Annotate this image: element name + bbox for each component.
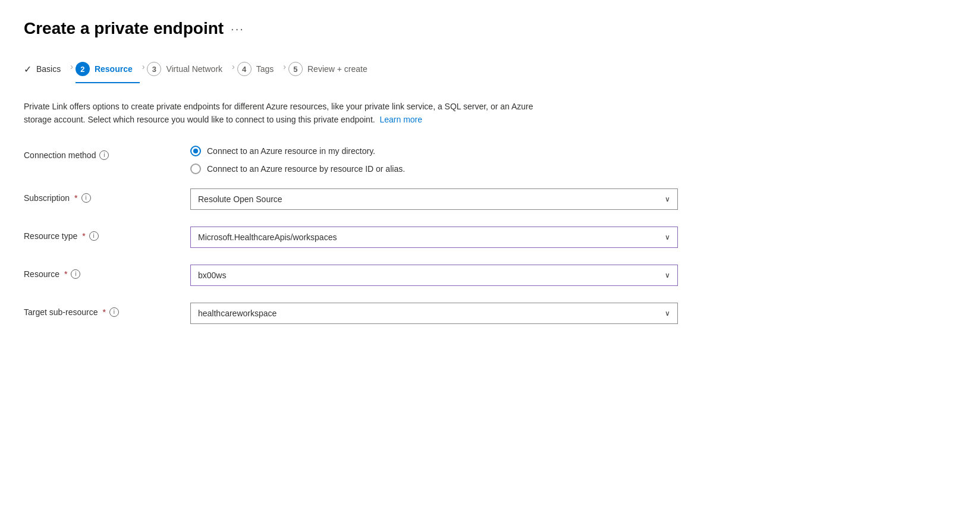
target-sub-resource-label: Target sub-resource (24, 307, 98, 317)
step-tags-circle: 4 (237, 62, 252, 76)
target-sub-resource-row: Target sub-resource * i healthcareworksp… (24, 303, 678, 326)
radio-circle-directory (190, 146, 201, 156)
target-sub-resource-value: healthcareworkspace (198, 309, 277, 318)
step-basics[interactable]: ✓ Basics (24, 59, 68, 82)
connection-method-radio-group: Connect to an Azure resource in my direc… (190, 146, 678, 174)
page-header: Create a private endpoint ··· (24, 19, 956, 38)
step-review-create[interactable]: 5 Review + create (288, 57, 375, 83)
step-resource-label: Resource (95, 64, 133, 74)
step-basics-label: Basics (36, 64, 61, 74)
wizard-steps: ✓ Basics › 2 Resource › 3 Virtual Networ… (24, 57, 956, 83)
subscription-label-col: Subscription * i (24, 188, 190, 203)
radio-option-directory[interactable]: Connect to an Azure resource in my direc… (190, 146, 678, 156)
resource-required: * (64, 269, 67, 279)
radio-label-directory: Connect to an Azure resource in my direc… (207, 146, 375, 156)
connection-method-label-col: Connection method i (24, 146, 190, 160)
target-sub-resource-chevron-icon: ∨ (665, 309, 670, 317)
resource-value: bx00ws (198, 271, 226, 280)
resource-label: Resource (24, 269, 59, 279)
step-virtual-network-label: Virtual Network (166, 64, 222, 74)
resource-type-input-col: Microsoft.HealthcareApis/workspaces ∨ (190, 227, 678, 248)
subscription-label: Subscription (24, 193, 70, 203)
resource-type-label-col: Resource type * i (24, 227, 190, 241)
learn-more-link[interactable]: Learn more (379, 115, 422, 124)
connection-method-label: Connection method (24, 150, 96, 160)
target-sub-resource-info-icon[interactable]: i (109, 307, 119, 317)
radio-dot-directory (193, 149, 198, 153)
target-sub-resource-input-col: healthcareworkspace ∨ (190, 303, 678, 324)
target-sub-resource-dropdown[interactable]: healthcareworkspace ∨ (190, 303, 678, 324)
resource-label-col: Resource * i (24, 265, 190, 279)
resource-row: Resource * i bx00ws ∨ (24, 265, 678, 288)
step-review-create-circle: 5 (288, 62, 303, 76)
resource-dropdown[interactable]: bx00ws ∨ (190, 265, 678, 286)
step-tags-label: Tags (256, 64, 274, 74)
target-sub-resource-label-col: Target sub-resource * i (24, 303, 190, 317)
step-tags[interactable]: 4 Tags (237, 57, 281, 83)
resource-input-col: bx00ws ∨ (190, 265, 678, 286)
resource-type-required: * (82, 231, 85, 241)
resource-type-row: Resource type * i Microsoft.HealthcareAp… (24, 227, 678, 250)
radio-label-resource-id: Connect to an Azure resource by resource… (207, 164, 405, 174)
description-text: Private Link offers options to create pr… (24, 100, 559, 127)
connection-method-input-col: Connect to an Azure resource in my direc… (190, 146, 678, 174)
subscription-info-icon[interactable]: i (81, 193, 91, 203)
subscription-chevron-icon: ∨ (665, 195, 670, 203)
step-separator-2: › (142, 62, 145, 71)
subscription-input-col: Resolute Open Source ∨ (190, 188, 678, 210)
step-review-create-label: Review + create (307, 64, 368, 74)
resource-type-label: Resource type (24, 231, 77, 241)
resource-type-info-icon[interactable]: i (89, 231, 99, 241)
subscription-value: Resolute Open Source (198, 194, 282, 204)
form-section: Connection method i Connect to an Azure … (24, 146, 678, 326)
connection-method-row: Connection method i Connect to an Azure … (24, 146, 678, 174)
step-resource-circle: 2 (76, 62, 90, 76)
resource-chevron-icon: ∨ (665, 271, 670, 279)
connection-method-info-icon[interactable]: i (99, 150, 109, 160)
step-separator-1: › (70, 62, 73, 71)
target-sub-resource-required: * (103, 307, 106, 317)
resource-info-icon[interactable]: i (71, 269, 80, 279)
resource-type-value: Microsoft.HealthcareApis/workspaces (198, 232, 337, 242)
step-resource[interactable]: 2 Resource (76, 57, 140, 83)
step-virtual-network[interactable]: 3 Virtual Network (147, 57, 230, 83)
radio-circle-resource-id (190, 163, 201, 174)
step-separator-3: › (232, 62, 235, 71)
subscription-dropdown[interactable]: Resolute Open Source ∨ (190, 188, 678, 210)
resource-type-chevron-icon: ∨ (665, 233, 670, 241)
check-icon: ✓ (24, 64, 32, 75)
step-virtual-network-circle: 3 (147, 62, 161, 76)
page-title: Create a private endpoint (24, 19, 224, 38)
resource-type-dropdown[interactable]: Microsoft.HealthcareApis/workspaces ∨ (190, 227, 678, 248)
radio-option-resource-id[interactable]: Connect to an Azure resource by resource… (190, 163, 678, 174)
subscription-required: * (74, 193, 77, 203)
ellipsis-menu-icon[interactable]: ··· (231, 22, 244, 36)
step-separator-4: › (283, 62, 286, 71)
subscription-row: Subscription * i Resolute Open Source ∨ (24, 188, 678, 212)
